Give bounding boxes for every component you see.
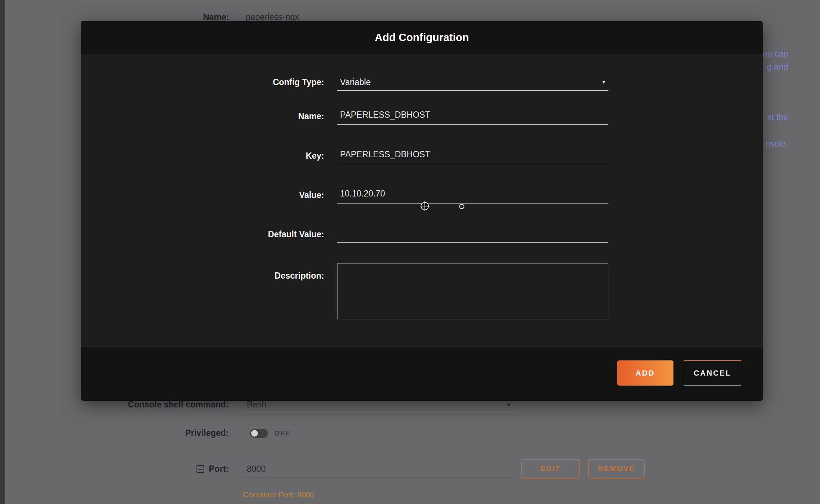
toggle-knob [251,430,258,437]
name-field-wrap [337,108,608,125]
default-value-label: Default Value: [81,226,324,243]
remove-button[interactable]: REMOVE [588,459,645,478]
key-field-wrap [337,147,608,164]
container-port-text: Container Port: 8000 [243,490,315,499]
privileged-label: Privileged: [111,425,229,441]
port-label: Port: [148,461,229,477]
name-label: Name: [81,108,324,125]
name-input[interactable] [337,108,608,124]
dialog-title: Add Configuration [81,21,763,54]
dialog-header: Add Configuration [81,21,763,54]
key-label: Key: [81,147,324,164]
description-label: Description: [81,267,324,284]
page-left-edge [0,0,5,504]
selection-handle-icon [459,204,464,209]
config-type-selected-value: Variable [340,77,371,87]
config-type-select[interactable]: Variable ▼ [337,74,608,91]
value-field-wrap [337,187,608,204]
key-input[interactable] [337,147,608,164]
clipped-help-text: ou can [763,49,788,59]
value-label: Value: [81,187,324,204]
chevron-down-icon: ▼ [601,74,606,91]
value-input[interactable] [337,187,608,203]
description-textarea[interactable] [337,263,608,319]
privileged-toggle[interactable] [250,429,268,438]
clipped-help-text: st the [767,112,788,122]
port-underline [242,477,515,477]
console-shell-underline [242,412,515,412]
cancel-button[interactable]: CANCEL [683,360,742,386]
config-type-label: Config Type: [81,74,324,91]
edit-button[interactable]: EDIT [521,459,580,478]
clipped-help-text: nsole. [766,139,788,149]
default-value-field-wrap [337,226,608,243]
add-button[interactable]: ADD [617,360,673,386]
port-value[interactable]: 8000 [247,461,266,477]
default-value-input[interactable] [337,226,608,242]
move-cursor-icon [419,201,430,212]
privileged-state-text: OFF [275,429,290,438]
clipped-help-text: g and [767,62,788,72]
console-dropdown-caret-icon[interactable]: ▼ [506,402,511,408]
